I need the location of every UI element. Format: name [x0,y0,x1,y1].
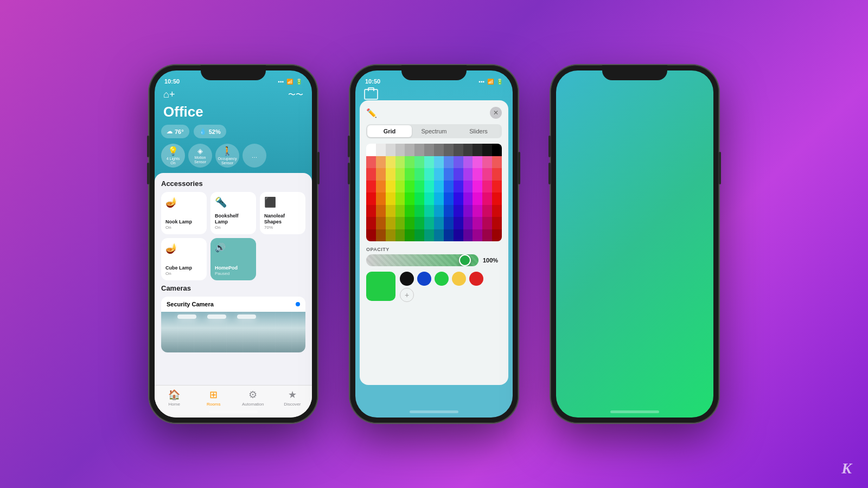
color-cell-3-10[interactable] [463,181,473,193]
color-cell-3-9[interactable] [454,181,463,193]
color-cell-1-1[interactable] [376,156,386,169]
color-cell-0-4[interactable] [405,144,414,156]
color-cell-2-8[interactable] [444,168,454,181]
color-cell-2-6[interactable] [424,168,434,181]
pencil-icon[interactable]: ✏️ [366,108,377,118]
color-cell-7-0[interactable] [366,229,376,242]
color-cell-6-10[interactable] [463,217,473,229]
color-cell-4-5[interactable] [414,192,424,205]
color-cell-4-10[interactable] [463,192,473,205]
color-cell-3-7[interactable] [434,181,444,193]
color-cell-3-0[interactable] [366,181,376,193]
color-cell-6-0[interactable] [366,217,376,229]
swatch-black[interactable] [400,272,414,286]
power-button-2[interactable] [518,152,520,184]
volume-up-button-3[interactable] [548,136,551,157]
color-cell-6-3[interactable] [395,217,405,229]
color-cell-3-4[interactable] [405,181,414,193]
motion-chip[interactable]: ◈ MotionSensor [188,144,212,168]
color-cell-2-2[interactable] [386,168,395,181]
power-button-3[interactable] [719,152,721,184]
color-cell-2-3[interactable] [395,168,405,181]
color-cell-5-11[interactable] [473,205,482,217]
color-cell-2-0[interactable] [366,168,376,181]
color-cell-0-6[interactable] [424,144,434,156]
color-cell-6-2[interactable] [386,217,395,229]
color-cell-4-12[interactable] [482,192,492,205]
tab-automation[interactable]: ⚙ Automation [233,389,273,407]
color-cell-2-5[interactable] [414,168,424,181]
color-cell-7-4[interactable] [405,229,414,242]
opacity-slider[interactable] [366,254,478,266]
close-button[interactable]: ✕ [490,107,502,119]
color-cell-6-13[interactable] [492,217,502,229]
color-cell-1-5[interactable] [414,156,424,169]
tab-grid[interactable]: Grid [367,125,412,137]
volume-down-button-3[interactable] [548,163,551,184]
color-cell-0-9[interactable] [454,144,463,156]
color-cell-1-3[interactable] [395,156,405,169]
color-cell-5-8[interactable] [444,205,454,217]
color-cell-5-9[interactable] [454,205,463,217]
color-cell-1-0[interactable] [366,156,376,169]
color-cell-7-2[interactable] [386,229,395,242]
color-cell-6-9[interactable] [454,217,463,229]
lights-chip[interactable]: 💡 4 LightsOn [161,144,185,168]
color-cell-4-3[interactable] [395,192,405,205]
color-cell-3-1[interactable] [376,181,386,193]
color-cell-6-7[interactable] [434,217,444,229]
tab-home[interactable]: 🏠 Home [155,389,194,407]
color-cell-5-1[interactable] [376,205,386,217]
color-cell-1-6[interactable] [424,156,434,169]
color-cell-7-13[interactable] [492,229,502,242]
color-cell-0-0[interactable] [366,144,376,156]
color-cell-0-12[interactable] [482,144,492,156]
color-cell-2-11[interactable] [473,168,482,181]
color-cell-2-9[interactable] [454,168,463,181]
color-cell-1-4[interactable] [405,156,414,169]
color-cell-2-13[interactable] [492,168,502,181]
color-cell-7-10[interactable] [463,229,473,242]
color-cell-0-8[interactable] [444,144,454,156]
swatch-yellow[interactable] [452,272,466,286]
volume-up-button[interactable] [147,136,149,157]
color-cell-5-7[interactable] [434,205,444,217]
tab-discover[interactable]: ★ Discover [273,389,312,407]
swatch-red[interactable] [469,272,483,286]
color-cell-7-6[interactable] [424,229,434,242]
color-cell-0-5[interactable] [414,144,424,156]
color-cell-4-0[interactable] [366,192,376,205]
bookshelf-lamp-tile[interactable]: 🔦 Bookshelf Lamp On [210,192,256,234]
color-cell-1-2[interactable] [386,156,395,169]
add-swatch-button[interactable]: + [400,288,414,302]
color-cell-7-1[interactable] [376,229,386,242]
tab-spectrum[interactable]: Spectrum [412,125,456,137]
color-cell-1-10[interactable] [463,156,473,169]
power-button[interactable] [317,152,320,184]
color-cell-2-4[interactable] [405,168,414,181]
color-cell-5-2[interactable] [386,205,395,217]
voice-icon[interactable]: 〜〜 [288,90,303,100]
occupancy-chip[interactable]: 🚶 OccupancySensor [215,144,239,168]
color-cell-3-11[interactable] [473,181,482,193]
color-cell-2-7[interactable] [434,168,444,181]
color-cell-0-13[interactable] [492,144,502,156]
color-cell-5-4[interactable] [405,205,414,217]
active-swatch[interactable] [366,272,395,301]
color-cell-1-8[interactable] [444,156,454,169]
color-cell-7-3[interactable] [395,229,405,242]
color-cell-0-7[interactable] [434,144,444,156]
color-cell-7-7[interactable] [434,229,444,242]
color-cell-3-8[interactable] [444,181,454,193]
color-cell-3-13[interactable] [492,181,502,193]
color-cell-2-10[interactable] [463,168,473,181]
home-icon[interactable]: ⌂ [163,89,169,100]
color-cell-7-9[interactable] [454,229,463,242]
color-cell-0-3[interactable] [395,144,405,156]
color-cell-5-3[interactable] [395,205,405,217]
volume-down-button[interactable] [147,163,149,184]
color-cell-0-1[interactable] [376,144,386,156]
color-cell-5-12[interactable] [482,205,492,217]
color-cell-0-10[interactable] [463,144,473,156]
color-cell-4-1[interactable] [376,192,386,205]
